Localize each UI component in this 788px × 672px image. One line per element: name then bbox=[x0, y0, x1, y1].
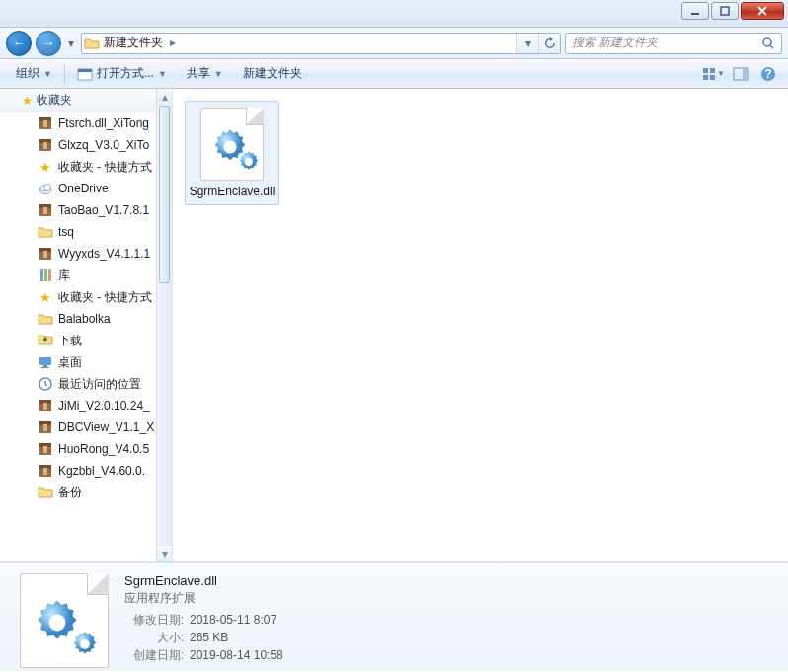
nav-item-label: Glxzq_V3.0_XiTo bbox=[58, 138, 149, 152]
new-folder-button[interactable]: 新建文件夹 bbox=[235, 61, 310, 86]
nav-item-10[interactable]: 下载 bbox=[0, 330, 156, 351]
file-list[interactable]: SgrmEnclave.dll bbox=[173, 89, 788, 561]
svg-rect-10 bbox=[743, 68, 748, 80]
scroll-thumb[interactable] bbox=[159, 106, 170, 283]
svg-rect-46 bbox=[43, 468, 47, 475]
nav-item-15[interactable]: HuoRong_V4.0.5 bbox=[0, 438, 156, 460]
nav-item-16[interactable]: Kgzbbl_V4.60.0. bbox=[0, 460, 156, 482]
address-folder: 新建文件夹 bbox=[104, 36, 163, 49]
details-thumbnail bbox=[20, 573, 109, 668]
scroll-up-button[interactable]: ▴ bbox=[157, 89, 172, 105]
toolbar: 组织▼ 打开方式...▼ 共享▼ 新建文件夹 ▼ ? bbox=[0, 59, 788, 89]
navigation-pane: ★ 收藏夹 Ftsrch.dll_XiTongGlxzq_V3.0_XiTo★收… bbox=[0, 89, 173, 561]
file-item-selected[interactable]: SgrmEnclave.dll bbox=[185, 101, 279, 205]
svg-rect-7 bbox=[703, 75, 708, 80]
nav-item-12[interactable]: 最近访问的位置 bbox=[0, 373, 156, 395]
window-controls bbox=[679, 2, 784, 20]
refresh-button[interactable] bbox=[538, 34, 560, 53]
rar-icon bbox=[38, 137, 53, 153]
address-dropdown[interactable]: ▾ bbox=[516, 34, 538, 53]
nav-item-9[interactable]: Balabolka bbox=[0, 308, 156, 330]
close-button[interactable] bbox=[741, 2, 784, 20]
titlebar bbox=[0, 0, 788, 28]
preview-pane-button[interactable] bbox=[729, 62, 752, 86]
nav-item-label: 最近访问的位置 bbox=[58, 376, 141, 393]
svg-rect-32 bbox=[43, 365, 47, 367]
nav-item-7[interactable]: 库 bbox=[0, 264, 156, 286]
scroll-down-button[interactable]: ▾ bbox=[157, 546, 172, 561]
share-button[interactable]: 共享▼ bbox=[179, 61, 231, 86]
svg-rect-31 bbox=[39, 357, 51, 365]
nav-item-label: 桌面 bbox=[58, 354, 82, 371]
organize-button[interactable]: 组织▼ bbox=[8, 61, 60, 86]
details-file-type: 应用程序扩展 bbox=[124, 590, 283, 607]
nav-item-label: Balabolka bbox=[58, 312, 111, 326]
favorites-header[interactable]: ★ 收藏夹 bbox=[0, 89, 156, 112]
svg-rect-15 bbox=[43, 120, 47, 127]
size-value: 265 KB bbox=[190, 631, 228, 644]
view-options-button[interactable]: ▼ bbox=[701, 62, 725, 86]
svg-point-2 bbox=[763, 38, 771, 46]
search-box[interactable]: 搜索 新建文件夹 bbox=[565, 33, 782, 54]
open-with-button[interactable]: 打开方式...▼ bbox=[69, 61, 175, 86]
nav-item-2[interactable]: ★收藏夹 - 快捷方式 bbox=[0, 156, 156, 178]
breadcrumb-separator[interactable]: ▸ bbox=[170, 36, 176, 49]
open-with-icon bbox=[77, 66, 93, 82]
nav-item-label: 收藏夹 - 快捷方式 bbox=[58, 159, 152, 176]
nav-item-label: 下载 bbox=[58, 333, 82, 349]
nav-item-label: OneDrive bbox=[58, 182, 109, 195]
nav-item-label: DBCView_V1.1_X bbox=[58, 420, 154, 434]
search-icon bbox=[755, 37, 781, 50]
nav-item-14[interactable]: DBCView_V1.1_X bbox=[0, 416, 156, 438]
star-icon: ★ bbox=[38, 159, 53, 175]
nav-item-4[interactable]: TaoBao_V1.7.8.1 bbox=[0, 199, 156, 221]
nav-history-dropdown[interactable]: ▾ bbox=[65, 35, 77, 52]
nav-forward-button[interactable]: → bbox=[36, 31, 61, 56]
svg-rect-18 bbox=[43, 142, 47, 149]
desk-icon bbox=[38, 354, 53, 370]
nav-item-11[interactable]: 桌面 bbox=[0, 351, 156, 373]
nav-item-3[interactable]: OneDrive bbox=[0, 178, 156, 199]
created-value: 2019-08-14 10:58 bbox=[190, 648, 283, 662]
nav-item-13[interactable]: JiMi_V2.0.10.24_ bbox=[0, 395, 156, 416]
address-bar[interactable]: 新建文件夹 ▸ ▾ bbox=[81, 33, 561, 54]
modified-label: 修改日期: bbox=[124, 611, 184, 629]
folder-icon bbox=[82, 37, 102, 50]
folder-icon bbox=[38, 224, 53, 240]
svg-rect-1 bbox=[721, 7, 729, 15]
nav-item-label: TaoBao_V1.7.8.1 bbox=[58, 203, 149, 217]
svg-rect-43 bbox=[43, 446, 47, 453]
rar-icon bbox=[38, 419, 53, 435]
modified-value: 2018-05-11 8:07 bbox=[190, 613, 276, 627]
svg-point-21 bbox=[44, 185, 51, 191]
svg-rect-30 bbox=[48, 269, 51, 281]
nav-item-label: 备份 bbox=[58, 485, 82, 501]
rar-icon bbox=[38, 398, 53, 413]
svg-rect-6 bbox=[710, 68, 715, 73]
nav-item-label: HuoRong_V4.0.5 bbox=[58, 442, 149, 456]
svg-rect-4 bbox=[78, 69, 92, 72]
svg-rect-37 bbox=[43, 403, 47, 410]
nav-item-1[interactable]: Glxzq_V3.0_XiTo bbox=[0, 134, 156, 156]
nav-item-0[interactable]: Ftsrch.dll_XiTong bbox=[0, 112, 156, 134]
nav-item-label: tsq bbox=[58, 225, 74, 239]
svg-rect-33 bbox=[41, 367, 49, 368]
nav-item-label: Kgzbbl_V4.60.0. bbox=[58, 464, 145, 478]
svg-point-49 bbox=[49, 615, 66, 632]
created-label: 创建日期: bbox=[124, 646, 184, 664]
folder-icon bbox=[38, 485, 53, 500]
help-button[interactable]: ? bbox=[756, 62, 780, 86]
nav-scrollbar[interactable]: ▴ ▾ bbox=[156, 89, 172, 561]
nav-item-5[interactable]: tsq bbox=[0, 221, 156, 243]
folder-icon bbox=[38, 311, 53, 327]
minimize-button[interactable] bbox=[681, 2, 709, 20]
nav-back-button[interactable]: ← bbox=[6, 31, 32, 56]
nav-item-6[interactable]: Wyyxds_V4.1.1.1 bbox=[0, 243, 156, 264]
recent-icon bbox=[38, 376, 53, 392]
nav-item-label: Ftsrch.dll_XiTong bbox=[58, 116, 149, 130]
svg-rect-28 bbox=[40, 269, 43, 281]
nav-item-17[interactable]: 备份 bbox=[0, 482, 156, 503]
svg-rect-40 bbox=[43, 424, 47, 431]
maximize-button[interactable] bbox=[711, 2, 739, 20]
nav-item-8[interactable]: ★收藏夹 - 快捷方式 bbox=[0, 286, 156, 308]
